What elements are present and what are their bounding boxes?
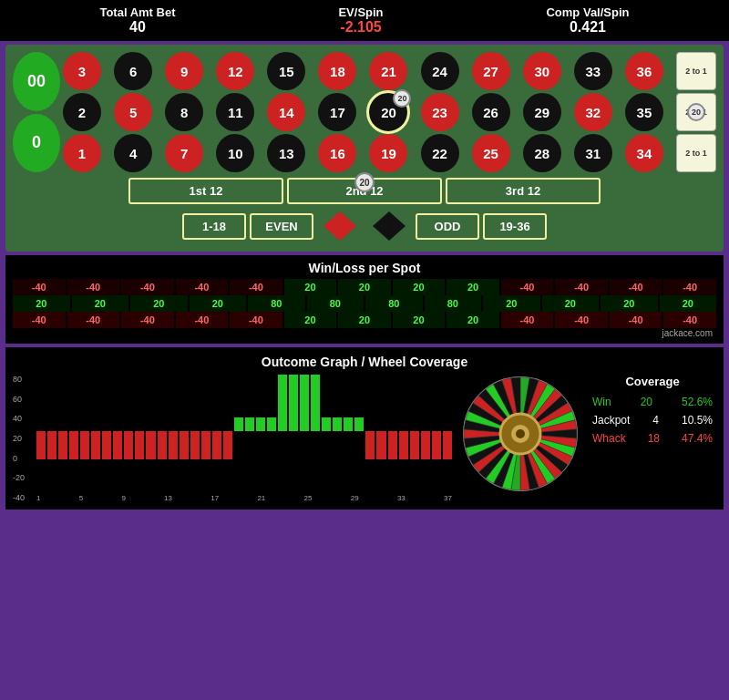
num-cell-24[interactable]: 24	[421, 52, 459, 90]
dozen-1st[interactable]: 1st 12	[128, 178, 283, 204]
num-cell-15[interactable]: 15	[267, 52, 305, 90]
col-2to1-mid[interactable]: 2 to 1 20	[676, 93, 716, 131]
num-cell-33[interactable]: 33	[574, 52, 612, 90]
bar-11	[158, 375, 167, 488]
winloss-row-1: 202020208080808020202020	[13, 295, 716, 312]
bar-24	[300, 375, 309, 488]
num-cell-26[interactable]: 26	[472, 93, 510, 131]
wl-cell-0-4: -40	[230, 279, 282, 295]
coverage-win-label: Win	[592, 396, 611, 408]
wl-cell-1-0: 20	[13, 295, 70, 312]
coverage-area: Coverage Win 20 52.6% Jackpot 4 10.5% Wh…	[589, 375, 716, 448]
bar-4	[80, 375, 89, 488]
wl-cell-2-12: -40	[663, 312, 716, 328]
num-cell-35[interactable]: 35	[625, 93, 663, 131]
bet-red[interactable]	[317, 208, 363, 244]
num-cell-5[interactable]: 5	[114, 93, 152, 131]
num-cell-34[interactable]: 34	[625, 134, 663, 172]
bet-even[interactable]: EVEN	[250, 213, 313, 240]
bar-29	[354, 375, 364, 488]
roulette-grid: 00 0 32165498712111015141318171621202019…	[13, 52, 716, 172]
num-cell-3[interactable]: 3	[63, 52, 101, 90]
outcome-section: Outcome Graph / Wheel Coverage 806040200…	[5, 347, 724, 510]
wl-cell-0-11: -40	[610, 279, 662, 295]
num-cell-32[interactable]: 32	[574, 93, 612, 131]
num-cell-21[interactable]: 21	[369, 52, 407, 90]
num-cell-22[interactable]: 22	[421, 134, 459, 172]
wl-cell-0-2: -40	[121, 279, 174, 295]
bar-1	[47, 375, 56, 488]
col-2to1-top[interactable]: 2 to 1	[676, 52, 716, 90]
col-2to1-bot[interactable]: 2 to 1	[676, 134, 716, 172]
bar-14	[190, 375, 200, 488]
bar-13	[180, 375, 189, 488]
graph-y-labels: 806040200-20-40	[13, 375, 35, 502]
zero-cell[interactable]: 0	[13, 114, 60, 173]
bar-34	[410, 375, 419, 488]
bar-10	[146, 375, 155, 488]
num-cell-10[interactable]: 10	[216, 134, 254, 172]
num-cell-12[interactable]: 12	[216, 52, 254, 90]
num-cell-13[interactable]: 13	[267, 134, 305, 172]
wl-cell-2-3: -40	[176, 312, 229, 328]
bar-19	[245, 375, 254, 488]
wl-cell-1-7: 80	[425, 295, 482, 312]
total-amt-bet: Total Amt Bet 40	[99, 5, 175, 36]
bar-26	[322, 375, 331, 488]
winloss-title: Win/Loss per Spot	[13, 261, 716, 275]
num-cell-25[interactable]: 25	[472, 134, 510, 172]
coverage-whack-pct: 47.4%	[682, 432, 713, 445]
coverage-win-pct: 52.6%	[682, 396, 713, 408]
num-cell-4[interactable]: 4	[114, 134, 152, 172]
num-cell-20[interactable]: 2020	[369, 93, 407, 131]
wl-cell-1-3: 20	[190, 295, 247, 312]
bet-19-36[interactable]: 19-36	[483, 213, 547, 240]
double-zero-cell[interactable]: 00	[13, 52, 60, 111]
num-cell-30[interactable]: 30	[523, 52, 561, 90]
bet-black[interactable]	[366, 208, 412, 244]
wl-cell-0-3: -40	[176, 279, 229, 295]
outcome-content: 806040200-20-40 15913172125293337 Covera…	[13, 375, 716, 502]
num-cell-7[interactable]: 7	[165, 134, 203, 172]
num-cell-36[interactable]: 36	[625, 52, 663, 90]
wl-cell-0-12: -40	[663, 279, 716, 295]
num-cell-28[interactable]: 28	[523, 134, 561, 172]
num-cell-19[interactable]: 19	[369, 134, 407, 172]
wl-cell-1-11: 20	[660, 295, 717, 312]
num-cell-14[interactable]: 14	[267, 93, 305, 131]
bar-7	[113, 375, 122, 488]
bar-31	[376, 375, 385, 488]
wl-cell-0-10: -40	[555, 279, 608, 295]
num-cell-27[interactable]: 27	[472, 52, 510, 90]
bar-17	[223, 375, 232, 488]
num-cell-1[interactable]: 1	[63, 134, 101, 172]
wl-cell-2-6: 20	[338, 312, 391, 328]
num-cell-6[interactable]: 6	[114, 52, 152, 90]
col-2to1: 2 to 1 2 to 1 20 2 to 1	[676, 52, 716, 172]
bet-odd[interactable]: ODD	[416, 213, 479, 240]
wl-cell-2-11: -40	[610, 312, 662, 328]
num-cell-29[interactable]: 29	[523, 93, 561, 131]
bar-28	[344, 375, 353, 488]
wl-cell-2-7: 20	[393, 312, 446, 328]
jackace-credit: jackace.com	[13, 328, 716, 338]
bar-30	[365, 375, 375, 488]
num-cell-8[interactable]: 8	[165, 93, 203, 131]
wl-cell-2-10: -40	[555, 312, 608, 328]
num-cell-23[interactable]: 23	[421, 93, 459, 131]
dozen-3rd[interactable]: 3rd 12	[446, 178, 601, 204]
num-cell-2[interactable]: 2	[63, 93, 101, 131]
roulette-table: 00 0 32165498712111015141318171621202019…	[5, 45, 724, 252]
num-cell-9[interactable]: 9	[165, 52, 203, 90]
bet-1-18[interactable]: 1-18	[182, 213, 246, 240]
numbers-grid: 3216549871211101514131817162120201924232…	[63, 52, 673, 172]
dozen-2nd[interactable]: 2nd 12 20	[287, 178, 442, 204]
bar-22	[278, 375, 287, 488]
num-cell-11[interactable]: 11	[216, 93, 254, 131]
bar-15	[201, 375, 210, 488]
winloss-row-2: -40-40-40-40-4020202020-40-40-40-40	[13, 312, 716, 328]
num-cell-16[interactable]: 16	[318, 134, 356, 172]
num-cell-31[interactable]: 31	[574, 134, 612, 172]
num-cell-17[interactable]: 17	[318, 93, 356, 131]
num-cell-18[interactable]: 18	[318, 52, 356, 90]
